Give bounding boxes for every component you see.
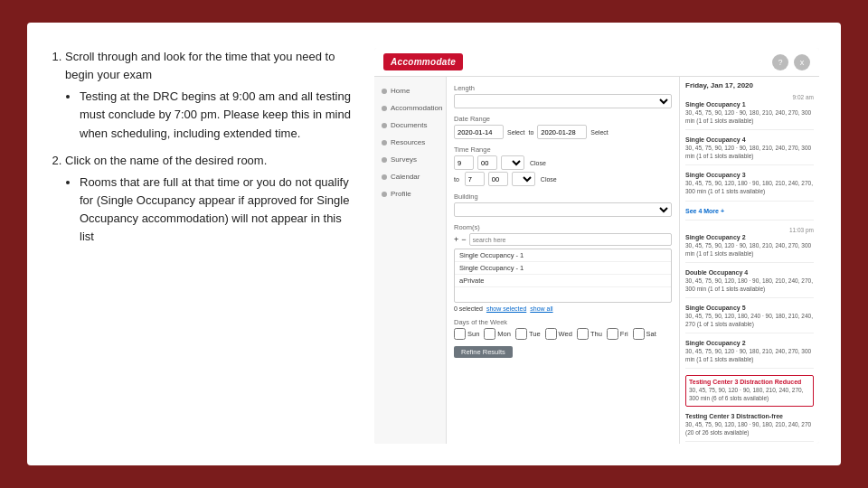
time-from-ampm[interactable]: ampm [501,155,524,170]
result-see-more: See 4 More + [685,208,814,221]
result-4: 11:03 pm Single Occupancy 2 30, 45, 75, … [685,227,814,263]
room-search-input[interactable] [469,233,672,246]
sidebar-item-accommodation[interactable]: Accommodation [374,99,446,117]
rooms-label: Room(s) [454,223,672,231]
length-label: Length [454,84,672,92]
sidebar-item-resources[interactable]: Resources [374,134,446,151]
length-row: Length [454,84,672,108]
time-to-hour[interactable] [465,172,485,186]
app-panel: Accommodate ? x Home Accommodation [374,48,819,444]
building-label: Building [454,192,672,201]
sidebar-dot [382,89,387,94]
date-range-label: Date Range [454,115,672,123]
app-body: Home Accommodation Documents Resources S… [374,77,819,444]
days-label: Days of the Week [454,318,672,326]
time-range-row: Time Range ampm Close to [454,145,672,186]
result-8: Testing Center 3 Distraction-free 30, 45… [685,413,814,442]
instruction-bullet-2: Rooms that are full at that time or you … [80,174,356,247]
sidebar-dot [382,157,387,163]
app-logo: Accommodate [383,53,463,70]
sidebar-item-documents[interactable]: Documents [374,117,446,134]
room-item-3[interactable]: aPrivate [455,275,671,287]
sidebar-dot [382,106,387,111]
slide-container: Scroll through and look for the time tha… [27,23,841,465]
day-fri[interactable]: Fri [607,328,628,340]
days-row: Days of the Week Sun Mon Tue Wed Thu Fri… [454,318,672,340]
date-from-input[interactable] [454,125,504,139]
sidebar-item-profile[interactable]: Profile [374,185,446,202]
time-from-min[interactable] [477,155,497,170]
date-to-input[interactable] [537,125,587,139]
room-list: Single Occupancy - 1 Single Occupancy - … [454,249,672,303]
room-item-1[interactable]: Single Occupancy - 1 [455,249,671,262]
day-thu[interactable]: Thu [577,328,602,340]
header-icons: ? x [772,54,810,70]
sidebar-item-home[interactable]: Home [374,82,446,99]
length-select[interactable] [454,94,672,108]
time-to-ampm[interactable]: ampm [512,172,535,186]
result-5: Double Occupancy 4 30, 45, 75, 90, 120, … [685,269,814,298]
result-2: Single Occupancy 4 30, 45, 75, 90, 120 ·… [685,136,814,165]
time-range-label: Time Range [454,145,672,154]
result-highlighted[interactable]: Testing Center 3 Distraction Reduced 30,… [685,375,814,406]
day-sat[interactable]: Sat [633,328,656,340]
result-time-1: 9:02 am [685,94,814,100]
show-selected-link[interactable]: show selected [486,305,526,312]
instruction-bullet-1: Testing at the DRC begins at 9:00 am and… [80,88,356,142]
results-panel: Friday, Jan 17, 2020 9:02 am Single Occu… [679,77,819,444]
show-all-link[interactable]: show all [530,305,552,312]
left-panel: Scroll through and look for the time tha… [49,48,356,444]
instruction-item-1: Scroll through and look for the time tha… [65,48,356,143]
result-6: Single Occupancy 5 30, 45, 75, 90, 120, … [685,305,814,333]
room-item-2[interactable]: Single Occupancy - 1 [455,262,671,275]
app-sidebar: Home Accommodation Documents Resources S… [374,77,447,444]
sidebar-dot [382,140,387,145]
day-mon[interactable]: Mon [484,328,511,340]
result-3: Single Occupancy 3 30, 45, 75, 90, 120, … [685,172,814,201]
date-header: Friday, Jan 17, 2020 [685,81,814,89]
building-row: Building [454,192,672,217]
day-sun[interactable]: Sun [454,328,479,340]
result-1: 9:02 am Single Occupancy 1 30, 45, 75, 9… [685,94,814,130]
close-icon[interactable]: x [794,54,810,70]
main-form: Length Date Range Select to [447,77,679,444]
time-from-hour[interactable] [454,155,474,170]
day-tue[interactable]: Tue [515,328,541,340]
sidebar-item-surveys[interactable]: Surveys [374,151,446,168]
rooms-row: Room(s) + − Single Occupancy - 1 Single … [454,223,672,312]
sidebar-dot [382,174,387,180]
sidebar-dot [382,123,387,128]
refine-results-button[interactable]: Refine Results [454,346,513,358]
date-range-row: Date Range Select to Select [454,115,672,139]
day-wed[interactable]: Wed [545,328,572,340]
building-select[interactable] [454,202,672,217]
result-7: Single Occupancy 2 30, 45, 75, 90, 120 ·… [685,340,814,369]
time-to-min[interactable] [488,172,508,186]
bottom-buttons: Refine Results [454,346,672,358]
sidebar-item-calendar[interactable]: Calendar [374,168,446,185]
app-header: Accommodate ? x [374,48,819,77]
instruction-item-2: Click on the name of the desired room. R… [65,152,356,247]
sidebar-dot [382,192,387,197]
help-icon[interactable]: ? [772,54,788,70]
slots-selected: 0 selected [454,305,483,312]
